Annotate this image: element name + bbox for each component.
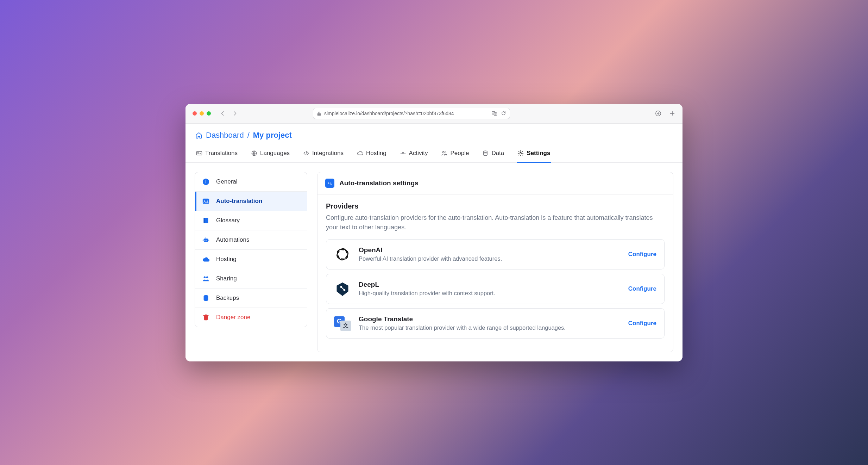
tab-settings[interactable]: Settings: [517, 146, 551, 163]
browser-window: simplelocalize.io/dashboard/projects/?ha…: [185, 104, 683, 361]
book-icon: [202, 217, 210, 224]
openai-icon: [334, 246, 351, 263]
downloads-button[interactable]: [655, 110, 661, 117]
info-icon: [202, 178, 210, 186]
configure-button-openai[interactable]: Configure: [628, 251, 656, 258]
svg-point-21: [206, 240, 207, 241]
translations-icon: [196, 150, 202, 156]
reload-icon[interactable]: [501, 111, 506, 116]
forward-button[interactable]: [232, 111, 238, 116]
tab-integrations[interactable]: Integrations: [302, 146, 344, 163]
sidebar-item-hosting[interactable]: Hosting: [195, 250, 307, 269]
svg-rect-22: [206, 237, 206, 238]
provider-row-deepl: DeepL High-quality translation provider …: [326, 274, 665, 304]
translate-page-icon[interactable]: A文: [492, 111, 497, 116]
globe-icon: [251, 150, 257, 156]
svg-point-20: [205, 240, 206, 241]
configure-button-google[interactable]: Configure: [628, 320, 656, 327]
tab-label: Languages: [260, 150, 290, 157]
breadcrumb: Dashboard / My project: [185, 124, 683, 145]
new-tab-button[interactable]: [669, 110, 675, 117]
svg-point-25: [204, 276, 206, 278]
tab-label: Translations: [205, 150, 238, 157]
sidebar-item-label: Auto-translation: [216, 198, 262, 205]
sidebar-item-sharing[interactable]: Sharing: [195, 269, 307, 289]
panel-title: Auto-translation settings: [339, 179, 419, 187]
breadcrumb-current: My project: [253, 131, 292, 140]
breadcrumb-root[interactable]: Dashboard: [206, 131, 244, 140]
urlbar-actions: A文: [492, 111, 506, 116]
tab-label: Integrations: [312, 150, 344, 157]
project-tabs: Translations Languages Integrations Host…: [185, 145, 683, 163]
svg-point-7: [402, 152, 404, 154]
settings-panel: A文 Auto-translation settings Providers C…: [317, 172, 673, 352]
translate-panel-icon: A文: [325, 179, 334, 188]
database-icon: [482, 150, 489, 156]
svg-rect-23: [203, 240, 203, 241]
tab-hosting[interactable]: Hosting: [356, 146, 387, 163]
app-content: Dashboard / My project Translations Lang…: [185, 124, 683, 361]
tab-people[interactable]: People: [440, 146, 470, 163]
url-text: simplelocalize.io/dashboard/projects/?ha…: [324, 111, 489, 116]
address-bar[interactable]: simplelocalize.io/dashboard/projects/?ha…: [313, 108, 510, 119]
tab-label: Hosting: [366, 150, 386, 157]
cloud-solid-icon: [202, 255, 210, 263]
google-translate-icon: G 文: [334, 315, 351, 332]
svg-text:文: 文: [495, 113, 497, 115]
sidebar-item-danger[interactable]: Danger zone: [195, 308, 307, 327]
svg-point-11: [520, 152, 522, 154]
svg-text:A: A: [328, 182, 329, 184]
sidebar-item-glossary[interactable]: Glossary: [195, 211, 307, 230]
svg-point-8: [443, 151, 445, 153]
sidebar-item-general[interactable]: General: [195, 172, 307, 192]
tab-languages[interactable]: Languages: [250, 146, 290, 163]
tab-activity[interactable]: Activity: [399, 146, 429, 163]
sidebar-item-automations[interactable]: Automations: [195, 230, 307, 250]
provider-row-openai: OpenAI Powerful AI translation provider …: [326, 239, 665, 269]
translate-icon: A文: [202, 197, 210, 205]
provider-name: OpenAI: [359, 246, 621, 254]
code-icon: [303, 150, 309, 156]
sidebar-item-label: Hosting: [216, 256, 237, 263]
svg-rect-19: [204, 238, 208, 242]
tab-translations[interactable]: Translations: [195, 146, 238, 163]
provider-description: High-quality translation provider with c…: [359, 290, 621, 297]
trash-icon: [202, 314, 210, 321]
provider-name: DeepL: [359, 281, 621, 289]
svg-point-14: [206, 180, 207, 181]
maximize-window-button[interactable]: [207, 111, 211, 116]
sidebar-item-label: Danger zone: [216, 314, 250, 321]
nav-buttons: [220, 111, 238, 116]
minimize-window-button[interactable]: [200, 111, 204, 116]
stack-icon: [202, 294, 210, 302]
settings-content: General A文 Auto-translation Glossary: [185, 163, 683, 361]
close-window-button[interactable]: [193, 111, 197, 116]
section-description: Configure auto-translation providers for…: [326, 213, 665, 232]
svg-point-9: [445, 152, 446, 153]
sidebar-item-backups[interactable]: Backups: [195, 289, 307, 308]
robot-icon: [202, 236, 210, 244]
provider-description: The most popular translation provider wi…: [359, 324, 621, 331]
sidebar-item-label: Glossary: [216, 217, 240, 224]
deepl-icon: [334, 280, 351, 297]
configure-button-deepl[interactable]: Configure: [628, 285, 656, 292]
svg-rect-5: [197, 151, 202, 155]
breadcrumb-separator: /: [247, 131, 250, 140]
gear-icon: [517, 150, 524, 156]
tab-data[interactable]: Data: [482, 146, 505, 163]
sidebar-item-auto-translation[interactable]: A文 Auto-translation: [195, 192, 307, 211]
sidebar-item-label: General: [216, 178, 237, 185]
section-title: Providers: [326, 202, 665, 210]
tab-label: Activity: [409, 150, 428, 157]
provider-name: Google Translate: [359, 315, 621, 323]
sidebar-item-label: Automations: [216, 236, 250, 243]
share-icon: [202, 275, 210, 283]
svg-rect-29: [205, 314, 207, 315]
titlebar: simplelocalize.io/dashboard/projects/?ha…: [185, 104, 683, 124]
svg-text:文: 文: [329, 182, 332, 184]
lock-icon: [317, 111, 321, 116]
home-icon: [195, 132, 202, 139]
back-button[interactable]: [220, 111, 226, 116]
svg-rect-18: [204, 218, 205, 223]
settings-sidebar: General A文 Auto-translation Glossary: [195, 172, 307, 327]
